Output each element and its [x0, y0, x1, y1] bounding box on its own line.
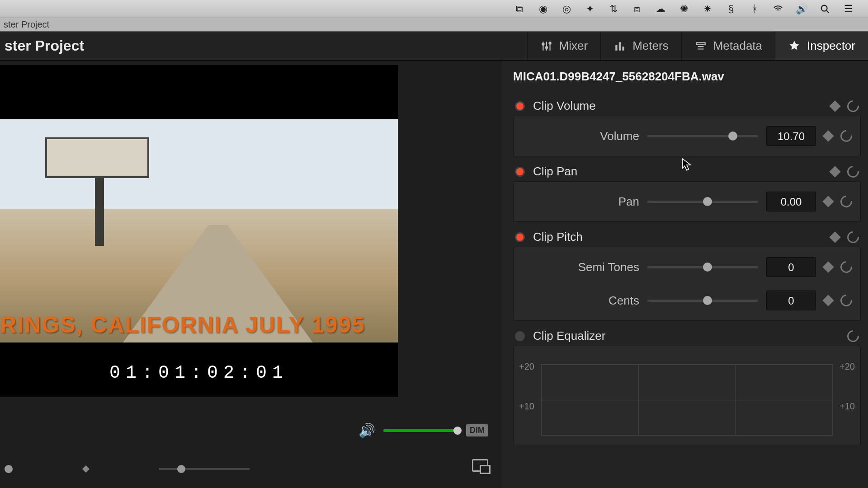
timecode-display: 01:01:02:01: [0, 363, 398, 383]
pan-slider[interactable]: [647, 201, 758, 203]
cloud-upload-icon[interactable]: ☁: [655, 3, 666, 15]
eq-label-p20-right: +20: [840, 361, 855, 372]
semi-tones-value[interactable]: 0: [766, 257, 816, 277]
volume-value[interactable]: 10.70: [766, 126, 816, 146]
tab-meters-label: Meters: [632, 39, 668, 53]
search-icon[interactable]: [819, 3, 831, 15]
semi-tones-label: Semi Tones: [522, 260, 639, 274]
clip-filename: MICA01.D99B4247_55628204FBA.wav: [513, 70, 861, 84]
burned-caption: RINGS, CALIFORNIA JULY 1995: [0, 312, 365, 338]
svg-rect-5: [619, 42, 621, 50]
section-clip-pitch: Clip Pitch Semi Tones 0 Cents 0: [513, 227, 861, 321]
clip-pan-title: Clip Pan: [533, 164, 577, 178]
semi-tones-keyframe-icon[interactable]: [822, 261, 834, 272]
clip-volume-reset-icon[interactable]: [845, 98, 862, 114]
compass-icon[interactable]: ✷: [702, 3, 713, 15]
volume-slider[interactable]: [647, 135, 758, 137]
monitor-volume: 🔊 DIM: [359, 422, 488, 438]
tab-inspector-label: Inspector: [807, 39, 855, 53]
section-clip-pan: Clip Pan Pan 0.00: [513, 162, 861, 222]
eq-label-p10-right: +10: [840, 401, 855, 412]
eq-graph[interactable]: +20 +10 +20 +10: [513, 346, 861, 445]
mac-menubar: ⧉ ◉ ◎ ✦ ⇅ ⧈ ☁ ✺ ✷ § ᚼ 🔊 ☰: [0, 0, 868, 18]
clip-pitch-reset-icon[interactable]: [845, 229, 862, 245]
param-pan: Pan 0.00: [522, 192, 852, 211]
clip-pan-enable-toggle[interactable]: [515, 167, 525, 177]
bluetooth-icon[interactable]: ᚼ: [749, 3, 760, 15]
clip-pan-reset-icon[interactable]: [845, 163, 862, 180]
volume-keyframe-icon[interactable]: [822, 130, 834, 141]
speaker-icon[interactable]: 🔊: [359, 422, 375, 438]
semi-tones-reset-icon[interactable]: [838, 259, 855, 276]
app-topbar: ster Project Mixer Meters Metadata Inspe…: [0, 32, 868, 61]
cents-keyframe-icon[interactable]: [822, 295, 834, 306]
metadata-icon: [694, 40, 707, 52]
eq-label-p10-left: +10: [519, 401, 534, 412]
sliders-icon[interactable]: ⇅: [608, 3, 619, 15]
mixer-icon: [540, 40, 553, 52]
svg-point-0: [821, 5, 827, 11]
svg-point-2: [545, 47, 547, 48]
pan-value[interactable]: 0.00: [766, 192, 816, 211]
video-viewer[interactable]: RINGS, CALIFORNIA JULY 1995 01:01:02:01: [0, 65, 398, 397]
clip-volume-enable-toggle[interactable]: [515, 101, 525, 111]
script-icon[interactable]: §: [725, 3, 737, 15]
param-volume: Volume 10.70: [522, 126, 852, 146]
tab-mixer[interactable]: Mixer: [527, 32, 601, 60]
clip-eq-enable-toggle[interactable]: [515, 331, 525, 341]
zoom-slider[interactable]: [159, 468, 250, 470]
apps-icon[interactable]: ✦: [584, 3, 596, 15]
pan-reset-icon[interactable]: [838, 193, 855, 210]
clip-eq-reset-icon[interactable]: [845, 328, 862, 344]
clip-volume-keyframe-icon[interactable]: [829, 100, 840, 112]
marker-nav-icon[interactable]: [80, 464, 91, 474]
clip-volume-title: Clip Volume: [533, 99, 596, 113]
cents-value[interactable]: 0: [766, 291, 816, 310]
inspector-icon: [788, 40, 801, 52]
svg-rect-4: [615, 45, 617, 50]
tab-metadata[interactable]: Metadata: [681, 32, 775, 60]
cents-reset-icon[interactable]: [838, 292, 855, 309]
clip-pitch-enable-toggle[interactable]: [515, 232, 525, 242]
svg-rect-6: [623, 47, 624, 51]
workspace: RINGS, CALIFORNIA JULY 1995 01:01:02:01 …: [0, 61, 868, 488]
finder-icon[interactable]: ◉: [537, 3, 549, 15]
section-clip-equalizer: Clip Equalizer +20 +10 +20 +10: [513, 326, 861, 445]
pan-keyframe-icon[interactable]: [822, 196, 834, 207]
meters-icon: [613, 40, 626, 52]
menu-icon[interactable]: ☰: [843, 3, 854, 15]
record-icon[interactable]: ⧉: [514, 3, 525, 15]
window-title: ster Project: [4, 19, 49, 30]
project-title: ster Project: [0, 38, 527, 54]
pan-label: Pan: [522, 195, 639, 209]
dropbox-icon[interactable]: ⧈: [631, 3, 643, 15]
clip-pitch-title: Clip Pitch: [533, 230, 583, 244]
tab-mixer-label: Mixer: [559, 39, 588, 53]
svg-rect-7: [696, 42, 705, 44]
monitor-volume-slider[interactable]: [383, 429, 458, 432]
tab-metadata-label: Metadata: [713, 39, 762, 53]
topbar-tabs: Mixer Meters Metadata Inspector: [527, 32, 868, 60]
section-clip-volume: Clip Volume Volume 10.70: [513, 96, 861, 156]
tab-inspector[interactable]: Inspector: [775, 32, 868, 60]
param-cents: Cents 0: [522, 291, 852, 310]
volume-icon[interactable]: 🔊: [796, 3, 807, 15]
semi-tones-slider[interactable]: [647, 266, 758, 268]
cc-icon[interactable]: ◎: [561, 3, 572, 15]
cents-slider[interactable]: [647, 300, 758, 302]
clip-pitch-keyframe-icon[interactable]: [829, 231, 840, 243]
zoom-knob-a[interactable]: [5, 465, 13, 473]
window-titlebar: ster Project: [0, 18, 868, 32]
volume-reset-icon[interactable]: [838, 128, 855, 145]
clip-pan-keyframe-icon[interactable]: [829, 166, 840, 177]
inspector-panel: MICA01.D99B4247_55628204FBA.wav Clip Vol…: [502, 61, 868, 488]
ladybug-icon[interactable]: ✺: [678, 3, 690, 15]
dim-button[interactable]: DIM: [466, 424, 488, 436]
eq-label-p20-left: +20: [519, 361, 534, 372]
timeline-zoom-controls: [0, 464, 502, 474]
svg-point-1: [542, 43, 544, 45]
video-frame: RINGS, CALIFORNIA JULY 1995: [0, 119, 398, 343]
wifi-icon[interactable]: [772, 3, 784, 15]
viewer-pane: RINGS, CALIFORNIA JULY 1995 01:01:02:01 …: [0, 61, 502, 488]
tab-meters[interactable]: Meters: [600, 32, 681, 60]
